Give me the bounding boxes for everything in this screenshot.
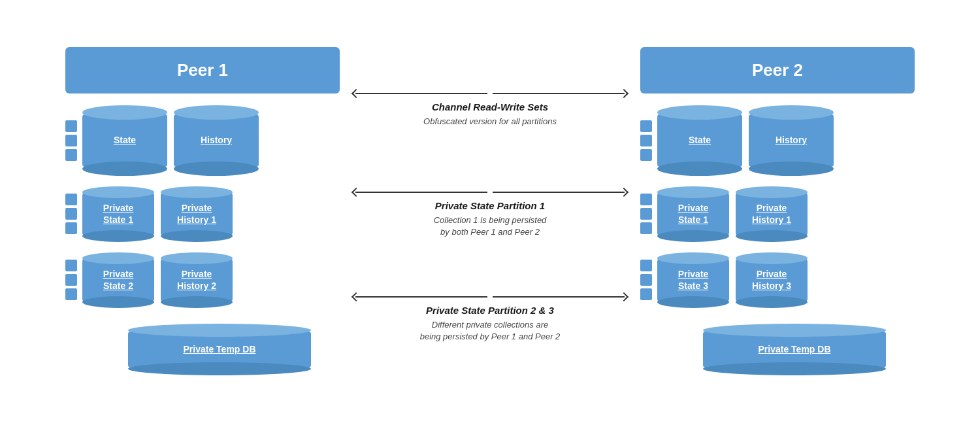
cyl-bottom (736, 296, 808, 308)
indicator-sq (65, 194, 77, 205)
diagram: Peer 1 State (7, 5, 973, 423)
indicator-sq (65, 222, 77, 234)
arrow-row-2 (353, 189, 627, 196)
cyl-mid: PrivateHistory 2 (161, 259, 233, 301)
peer1-row1-indicators (65, 120, 77, 161)
annotation-block3: Private State Partition 2 & 3 Different … (353, 266, 627, 371)
cyl-top (736, 186, 808, 198)
ann-block1-subtitle: Obfuscated version for all partitions (423, 116, 557, 128)
peer2-private-state3-label: PrivateState 3 (678, 268, 709, 292)
arrow-line (493, 192, 625, 193)
peer1-state-label: State (114, 134, 136, 146)
middle-annotations: Channel Read-Write Sets Obfuscated versi… (353, 57, 627, 371)
ann-block1-title: Channel Read-Write Sets (432, 101, 548, 114)
cyl-top (174, 105, 259, 120)
peer2-row1-cylinders: State History (657, 105, 834, 176)
peer2-row2-cylinders: PrivateState 1 PrivateHistory 1 (657, 186, 808, 242)
peer1-row2-cylinders: PrivateState 1 PrivateHistory 1 (82, 186, 233, 242)
cyl-top (161, 252, 233, 264)
arrow-line (493, 296, 625, 298)
cyl-top (82, 186, 154, 198)
indicator-sq (65, 274, 77, 286)
indicator-sq (640, 288, 652, 300)
peer2-private-history1-label: PrivateHistory 1 (752, 202, 791, 226)
peer1-private-history1-label: PrivateHistory 1 (177, 202, 216, 226)
cyl-top (128, 324, 311, 337)
peer2-private-history3-label: PrivateHistory 3 (752, 268, 791, 292)
peer2-history-label: History (776, 134, 807, 146)
cyl-mid: State (82, 114, 167, 167)
indicator-sq (640, 208, 652, 220)
cyl-mid: State (657, 114, 742, 167)
peer2-container: Peer 2 State Histor (640, 47, 915, 381)
peer2-row2-indicators (640, 194, 652, 234)
peer2-history-db: History (749, 105, 834, 176)
cyl-bottom (82, 296, 154, 308)
peer2-row3-indicators (640, 260, 652, 300)
annotation-block2: Private State Partition 1 Collection 1 i… (353, 162, 627, 266)
cyl-bottom (749, 162, 834, 176)
peer1-title: Peer 1 (177, 60, 228, 80)
peer1-history-db: History (174, 105, 259, 176)
cyl-mid: History (174, 114, 259, 167)
peer2-state-db: State (657, 105, 742, 176)
peer2-title: Peer 2 (752, 60, 803, 80)
cyl-bottom (82, 162, 167, 176)
cyl-mid: History (749, 114, 834, 167)
cyl-mid: PrivateState 1 (657, 193, 729, 235)
peer1-header: Peer 1 (65, 47, 340, 94)
peer2-private-state1-label: PrivateState 1 (678, 202, 709, 226)
cyl-top (657, 105, 742, 120)
peer1-private-history2-db: PrivateHistory 2 (161, 252, 233, 308)
arrow-right-icon (619, 89, 629, 98)
peer1-row2: PrivateState 1 PrivateHistory 1 (65, 181, 233, 247)
indicator-sq (65, 120, 77, 132)
peer1-row3-indicators (65, 260, 77, 300)
peer2-row1-indicators (640, 120, 652, 161)
peer2-header: Peer 2 (640, 47, 915, 94)
cyl-bottom (657, 230, 729, 242)
indicator-sq (65, 208, 77, 220)
cyl-bottom (657, 162, 742, 176)
indicator-sq (640, 222, 652, 234)
peer1-private-history1-db: PrivateHistory 1 (161, 186, 233, 242)
peer2-private-history3-db: PrivateHistory 3 (736, 252, 808, 308)
cyl-bottom (161, 296, 233, 308)
cyl-top (703, 324, 886, 337)
peer1-private-state2-label: PrivateState 2 (103, 268, 134, 292)
indicator-sq (640, 120, 652, 132)
peer2-temp-row: Private Temp DB (657, 318, 932, 381)
indicator-sq (65, 288, 77, 300)
indicator-sq (65, 260, 77, 271)
peer2-private-history1-db: PrivateHistory 1 (736, 186, 808, 242)
cyl-top (82, 252, 154, 264)
ann-block3-title: Private State Partition 2 & 3 (426, 304, 554, 317)
peer1-private-state1-label: PrivateState 1 (103, 202, 134, 226)
peer2-row3-cylinders: PrivateState 3 PrivateHistory 3 (657, 252, 808, 308)
peer1-private-temp-label: Private Temp DB (184, 343, 256, 355)
peer1-private-history2-label: PrivateHistory 2 (177, 268, 216, 292)
indicator-sq (640, 135, 652, 146)
peer1-row1-cylinders: State History (82, 105, 259, 176)
cyl-mid: PrivateState 3 (657, 259, 729, 301)
peer2-row2: PrivateState 1 PrivateHistory 1 (640, 181, 808, 247)
peer1-container: Peer 1 State (65, 47, 340, 381)
peer2-private-state1-db: PrivateState 1 (657, 186, 729, 242)
indicator-sq (640, 149, 652, 161)
annotation-block1: Channel Read-Write Sets Obfuscated versi… (353, 57, 627, 162)
indicator-sq (65, 135, 77, 146)
arrow-row-1 (353, 90, 627, 97)
peer1-private-state2-db: PrivateState 2 (82, 252, 154, 308)
indicator-sq (65, 149, 77, 161)
peer1-state-db: State (82, 105, 167, 176)
peer1-history-label: History (201, 134, 232, 146)
peer2-row3: PrivateState 3 PrivateHistory 3 (640, 247, 808, 313)
arrow-line (493, 93, 625, 94)
cyl-top (82, 105, 167, 120)
cyl-top (161, 186, 233, 198)
peer1-row2-indicators (65, 194, 77, 234)
ann-block3-subtitle: Different private collections arebeing p… (420, 319, 561, 343)
arrow-line (355, 296, 487, 298)
ann-block2-title: Private State Partition 1 (435, 199, 545, 213)
ann-block2-subtitle: Collection 1 is being persistedby both P… (434, 214, 547, 238)
